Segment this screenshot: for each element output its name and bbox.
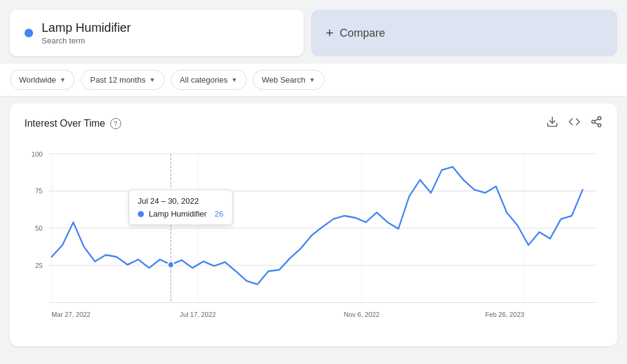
- svg-line-4: [595, 122, 598, 124]
- svg-text:Mar 27, 2022: Mar 27, 2022: [51, 311, 91, 318]
- chart-actions: [546, 116, 603, 131]
- search-term-info: Lamp Humidifier Search term: [42, 21, 131, 45]
- svg-text:Feb 26, 2023: Feb 26, 2023: [486, 311, 525, 318]
- share-icon[interactable]: [590, 116, 603, 131]
- compare-plus-icon: +: [326, 25, 334, 41]
- chart-container: 100 75 50 25 Mar 27, 2022 Jul 17, 2022 N…: [24, 141, 603, 336]
- region-filter[interactable]: Worldwide ▼: [10, 70, 75, 90]
- filters-section: Worldwide ▼ Past 12 months ▼ All categor…: [0, 64, 627, 96]
- search-term-card: Lamp Humidifier Search term: [10, 10, 304, 56]
- search-term-name: Lamp Humidifier: [42, 21, 131, 35]
- svg-point-24: [168, 261, 174, 268]
- chart-area: Interest Over Time ?: [10, 103, 617, 346]
- svg-text:25: 25: [35, 262, 42, 269]
- help-icon[interactable]: ?: [110, 118, 121, 129]
- chevron-down-icon: ▼: [59, 76, 66, 83]
- download-icon[interactable]: [546, 116, 558, 131]
- chevron-down-icon: ▼: [309, 76, 315, 83]
- svg-line-5: [595, 119, 598, 121]
- search-type-filter-label: Web Search: [262, 75, 306, 84]
- embed-icon[interactable]: [568, 116, 580, 131]
- region-filter-label: Worldwide: [19, 75, 56, 84]
- svg-text:Nov 6, 2022: Nov 6, 2022: [344, 311, 380, 318]
- svg-text:100: 100: [31, 150, 42, 157]
- categories-filter-label: All categories: [180, 75, 228, 84]
- search-type-filter[interactable]: Web Search ▼: [253, 70, 325, 90]
- compare-label: Compare: [340, 27, 385, 40]
- chart-header: Interest Over Time ?: [24, 116, 603, 131]
- search-term-label: Search term: [42, 36, 131, 45]
- chart-title: Interest Over Time: [24, 118, 105, 129]
- svg-text:75: 75: [35, 187, 42, 195]
- chevron-down-icon: ▼: [231, 76, 238, 83]
- top-section: Lamp Humidifier Search term + Compare: [0, 0, 627, 64]
- search-dot: [24, 29, 33, 37]
- svg-text:Jul 17, 2022: Jul 17, 2022: [180, 311, 216, 318]
- chart-title-group: Interest Over Time ?: [24, 118, 121, 129]
- compare-card[interactable]: + Compare: [311, 10, 617, 56]
- chevron-down-icon: ▼: [149, 76, 156, 83]
- time-range-filter[interactable]: Past 12 months ▼: [81, 70, 164, 90]
- time-range-filter-label: Past 12 months: [90, 75, 145, 84]
- svg-text:50: 50: [35, 225, 42, 232]
- interest-over-time-chart: 100 75 50 25 Mar 27, 2022 Jul 17, 2022 N…: [24, 141, 603, 336]
- categories-filter[interactable]: All categories ▼: [171, 70, 247, 90]
